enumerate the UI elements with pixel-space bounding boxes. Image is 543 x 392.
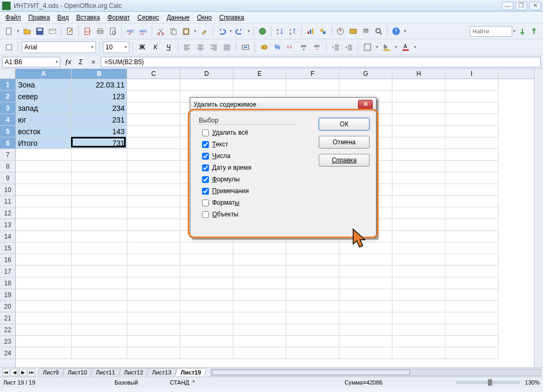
font-name-combo[interactable]: Arial▾ [22, 41, 96, 53]
dialog-checkbox-0[interactable] [202, 129, 209, 136]
cell-H8[interactable] [392, 161, 445, 172]
cell-I1[interactable] [445, 79, 498, 91]
borders-button[interactable] [362, 41, 373, 53]
cell-H17[interactable] [392, 266, 445, 277]
cell-D18[interactable] [180, 277, 233, 289]
cell-B16[interactable] [72, 254, 127, 266]
italic-button[interactable]: К [150, 41, 161, 53]
cell-C8[interactable] [127, 161, 180, 172]
ok-button[interactable]: ОК [319, 118, 370, 130]
cell-A13[interactable] [16, 219, 72, 231]
menu-Правка[interactable]: Правка [25, 13, 54, 22]
cell-I2[interactable] [445, 91, 498, 102]
zoom-slider[interactable] [456, 381, 520, 384]
cell-G23[interactable] [339, 336, 392, 347]
cell-F20[interactable] [286, 301, 339, 312]
cell-F21[interactable] [286, 312, 339, 324]
row-header-20[interactable]: 20 [0, 301, 15, 312]
cell-G16[interactable] [339, 254, 392, 266]
cell-I14[interactable] [445, 231, 498, 242]
cell-I23[interactable] [445, 336, 498, 347]
font-size-combo[interactable]: 10▾ [103, 41, 129, 53]
cell-C24[interactable] [127, 347, 180, 359]
cell-A4[interactable]: юг [16, 114, 72, 126]
cell-D15[interactable] [180, 242, 233, 254]
menu-Сервис[interactable]: Сервис [134, 13, 162, 22]
cell-C18[interactable] [127, 277, 180, 289]
select-all-corner[interactable] [0, 69, 15, 79]
cell-H20[interactable] [392, 301, 445, 312]
row-header-24[interactable]: 24 [0, 347, 15, 359]
cell-E24[interactable] [233, 347, 286, 359]
align-left-button[interactable] [181, 41, 193, 53]
dialog-option-4[interactable]: Формулы [197, 173, 297, 185]
menu-Окно[interactable]: Окно [194, 13, 215, 22]
show-draw-button[interactable] [317, 25, 329, 37]
hyperlink-button[interactable] [257, 25, 268, 37]
cell-C23[interactable] [127, 336, 180, 347]
cell-B7[interactable] [72, 149, 127, 161]
print-button[interactable] [94, 25, 106, 37]
cell-I24[interactable] [445, 347, 498, 359]
row-header-7[interactable]: 7 [0, 149, 15, 161]
cell-C20[interactable] [127, 301, 180, 312]
cell-I8[interactable] [445, 161, 498, 172]
cell-G18[interactable] [339, 277, 392, 289]
dialog-option-7[interactable]: Объекты [197, 208, 297, 220]
align-center-button[interactable] [195, 41, 206, 53]
align-justify-button[interactable] [221, 41, 233, 53]
cell-D1[interactable] [180, 79, 233, 91]
cell-I6[interactable] [445, 137, 498, 149]
cell-E22[interactable] [233, 324, 286, 336]
cell-I10[interactable] [445, 184, 498, 196]
help-button[interactable]: Справка [319, 154, 370, 167]
save-button[interactable] [34, 25, 46, 37]
currency-button[interactable] [258, 41, 270, 53]
cell-H5[interactable] [392, 126, 445, 137]
cell-H9[interactable] [392, 172, 445, 184]
cell-H2[interactable] [392, 91, 445, 102]
row-header-1[interactable]: 1 [0, 79, 15, 91]
find-prev-button[interactable] [528, 25, 540, 37]
cell-I7[interactable] [445, 149, 498, 161]
row-header-18[interactable]: 18 [0, 277, 15, 289]
cell-B15[interactable] [72, 242, 127, 254]
row-header-12[interactable]: 12 [0, 207, 15, 219]
col-header-C[interactable]: C [127, 69, 180, 79]
cell-A10[interactable] [16, 184, 72, 196]
cell-C19[interactable] [127, 289, 180, 301]
cell-F15[interactable] [286, 242, 339, 254]
row-header-4[interactable]: 4 [0, 114, 15, 126]
row-header-22[interactable]: 22 [0, 324, 15, 336]
percent-button[interactable]: % [272, 41, 283, 53]
cell-C6[interactable] [127, 137, 180, 149]
underline-button[interactable]: Ч [163, 41, 174, 53]
dialog-option-6[interactable]: Форматы [197, 197, 297, 208]
cell-D22[interactable] [180, 324, 233, 336]
cell-I22[interactable] [445, 324, 498, 336]
cell-B10[interactable] [72, 184, 127, 196]
cell-E18[interactable] [233, 277, 286, 289]
cell-C1[interactable] [127, 79, 180, 91]
row-header-13[interactable]: 13 [0, 219, 15, 231]
chart-button[interactable] [304, 25, 316, 37]
cell-H19[interactable] [392, 289, 445, 301]
cell-A17[interactable] [16, 266, 72, 277]
sheet-tab-Лист10[interactable]: Лист10 [62, 368, 93, 376]
cell-C16[interactable] [127, 254, 180, 266]
cell-A1[interactable]: Зона [16, 79, 72, 91]
cell-A22[interactable] [16, 324, 72, 336]
dialog-checkbox-4[interactable] [202, 176, 209, 183]
cell-F22[interactable] [286, 324, 339, 336]
row-header-8[interactable]: 8 [0, 161, 15, 172]
col-header-I[interactable]: I [445, 69, 498, 79]
cell-A9[interactable] [16, 172, 72, 184]
help-button[interactable]: ? [390, 25, 402, 37]
merge-cells-button[interactable] [240, 41, 251, 53]
cell-B4[interactable]: 231 [72, 114, 127, 126]
cell-B18[interactable] [72, 277, 127, 289]
autospellcheck-button[interactable]: ABC [137, 25, 149, 37]
cell-A5[interactable]: восток [16, 126, 72, 137]
sheet-tab-Лист12[interactable]: Лист12 [118, 368, 149, 376]
row-header-19[interactable]: 19 [0, 289, 15, 301]
